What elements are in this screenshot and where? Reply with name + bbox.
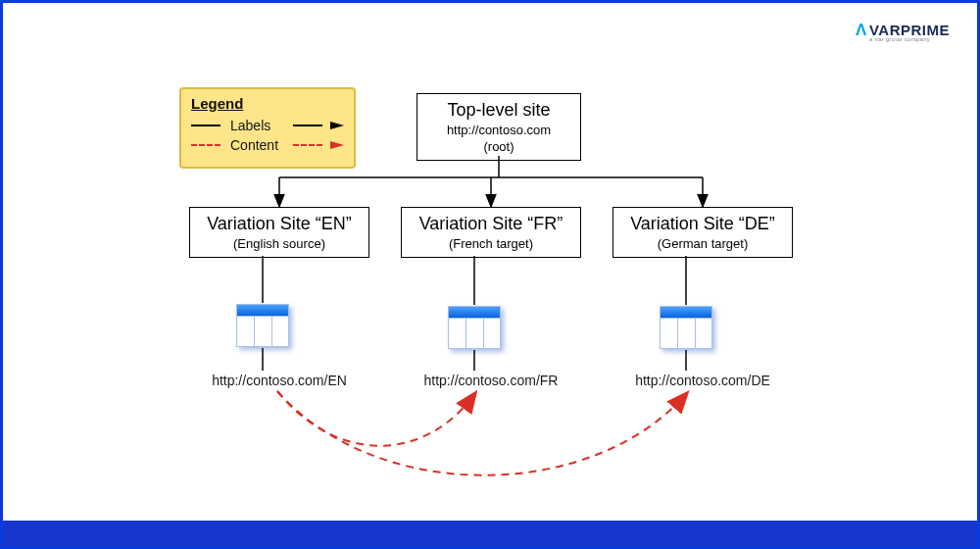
site-de-sub: (German target) [619, 236, 786, 251]
legend-black-arrow-icon [330, 122, 344, 129]
site-de-title: Variation Site “DE” [619, 214, 786, 234]
page-icon [660, 306, 712, 349]
footer-bar [3, 521, 977, 546]
site-en-sub: (English source) [196, 236, 363, 251]
legend-dashed-line-icon [293, 144, 322, 146]
page-icon [236, 304, 289, 347]
site-de-url: http://contoso.com/DE [612, 373, 793, 388]
legend-title: Legend [191, 95, 344, 112]
legend-dashed-line-icon [191, 144, 220, 146]
brand-caret-icon: Λ [856, 21, 867, 40]
root-site-box: Top-level site http://contoso.com (root) [416, 93, 581, 161]
diagram-canvas: Legend Labels Content Top-level site htt… [130, 72, 856, 503]
root-title: Top-level site [423, 100, 574, 121]
legend-labels-text: Labels [230, 118, 285, 133]
root-note: (root) [423, 139, 574, 154]
brand-logo: Λ VARPRIME a var group company [856, 21, 950, 40]
variation-site-de-box: Variation Site “DE” (German target) [612, 207, 793, 258]
site-fr-sub: (French target) [408, 236, 574, 251]
legend-solid-line-icon [293, 125, 322, 126]
brand-tagline: a var group company [869, 36, 930, 42]
site-fr-url: http://contoso.com/FR [401, 373, 581, 388]
legend-box: Legend Labels Content [179, 87, 356, 169]
site-en-url: http://contoso.com/EN [189, 373, 369, 388]
legend-row-labels: Labels [191, 116, 344, 135]
root-url: http://contoso.com [423, 123, 574, 137]
legend-row-content: Content [191, 135, 344, 155]
legend-solid-line-icon [191, 125, 220, 126]
site-fr-title: Variation Site “FR” [408, 214, 574, 234]
legend-content-text: Content [230, 137, 285, 153]
variation-site-en-box: Variation Site “EN” (English source) [189, 207, 369, 258]
variation-site-fr-box: Variation Site “FR” (French target) [401, 207, 581, 258]
legend-red-arrow-icon [330, 141, 344, 149]
site-en-title: Variation Site “EN” [196, 214, 363, 234]
page-icon [448, 306, 501, 349]
